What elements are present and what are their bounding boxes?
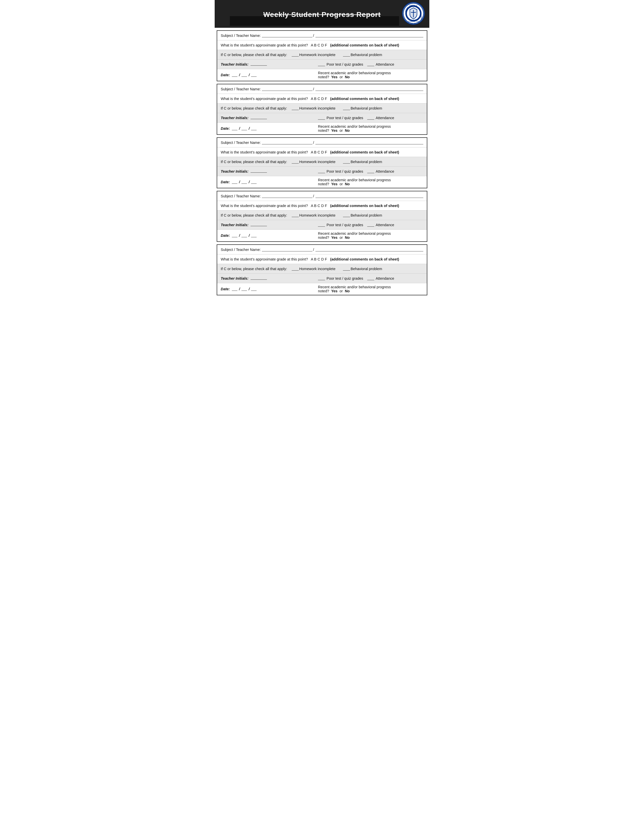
progress-text-2: Recent academic and/or behavioral progre… bbox=[318, 124, 391, 132]
date-blank-2[interactable] bbox=[242, 127, 247, 130]
grade-row-2: What is the student's approximate grade … bbox=[217, 94, 427, 103]
check-label-1: If C or below, please check all that app… bbox=[221, 53, 287, 57]
subject-row-3: Subject / Teacher Name: / bbox=[217, 138, 427, 148]
subject-blank-left-4[interactable] bbox=[262, 195, 312, 198]
subject-blank-right-1[interactable] bbox=[316, 34, 423, 37]
check-item-4[interactable]: Homework incomplete bbox=[292, 213, 335, 217]
check-blank-3 bbox=[343, 160, 350, 164]
grade-letters-2: A B C D F bbox=[311, 96, 329, 101]
subject-row-2: Subject / Teacher Name: / bbox=[217, 84, 427, 94]
form-section-4: Subject / Teacher Name: / What is the st… bbox=[217, 191, 427, 242]
date-field-4: Date: / / bbox=[221, 233, 257, 238]
school-logo: DEMATHA Established 1946 CATHOLIC HIGH S… bbox=[402, 2, 425, 25]
check-item-3[interactable]: Behavioral problem bbox=[343, 160, 382, 164]
date-blank-2[interactable] bbox=[242, 287, 247, 291]
grade-note-1: (additional comments on back of sheet) bbox=[330, 43, 399, 47]
teacher-label-1: Teacher Initials: bbox=[221, 62, 248, 66]
check-item-3[interactable]: Homework incomplete bbox=[292, 160, 335, 164]
subject-blank-right-2[interactable] bbox=[316, 87, 423, 91]
date-blank-3[interactable] bbox=[251, 180, 257, 184]
quiz-label-3: Poor test / quiz grades bbox=[325, 169, 367, 174]
check-label-4: If C or below, please check all that app… bbox=[221, 213, 287, 217]
page-title: Weekly Student Progress Report bbox=[263, 11, 381, 19]
check-item-2[interactable]: Homework incomplete bbox=[292, 106, 335, 110]
check-item-1[interactable]: Behavioral problem bbox=[343, 53, 382, 57]
attendance-check-blank-4 bbox=[367, 223, 374, 227]
date-blank-1[interactable] bbox=[232, 180, 237, 184]
progress-text-5: Recent academic and/or behavioral progre… bbox=[318, 285, 391, 293]
teacher-row-1: Teacher Initials: Poor test / quiz grade… bbox=[217, 60, 427, 69]
check-item-5[interactable]: Homework incomplete bbox=[292, 267, 335, 271]
check-row-1: If C or below, please check all that app… bbox=[217, 50, 427, 60]
subject-blank-right-3[interactable] bbox=[316, 141, 423, 145]
grade-row-4: What is the student's approximate grade … bbox=[217, 201, 427, 211]
date-blank-3[interactable] bbox=[251, 287, 257, 291]
check-item-label: Homework incomplete bbox=[299, 267, 335, 271]
quiz-check-blank-1 bbox=[318, 63, 325, 66]
date-blank-1[interactable] bbox=[232, 287, 237, 291]
quiz-label-2: Poor test / quiz grades bbox=[325, 116, 367, 120]
initials-blank-2[interactable] bbox=[251, 116, 267, 119]
subject-label-1: Subject / Teacher Name: bbox=[221, 34, 261, 38]
attendance-label-3: Attendance bbox=[375, 169, 394, 174]
check-blank-5 bbox=[343, 267, 350, 270]
form-section-5: Subject / Teacher Name: / What is the st… bbox=[217, 244, 427, 295]
date-blank-3[interactable] bbox=[251, 73, 257, 77]
quiz-check-blank-3 bbox=[318, 170, 325, 173]
subject-blank-left-5[interactable] bbox=[262, 248, 312, 251]
check-label-3: If C or below, please check all that app… bbox=[221, 160, 287, 164]
initials-blank-3[interactable] bbox=[251, 169, 267, 173]
date-field-5: Date: / / bbox=[221, 287, 257, 291]
check-item-label: Behavioral problem bbox=[351, 106, 382, 110]
teacher-row-5: Teacher Initials: Poor test / quiz grade… bbox=[217, 273, 427, 283]
progress-text-1: Recent academic and/or behavioral progre… bbox=[318, 71, 391, 79]
subject-blank-right-5[interactable] bbox=[316, 248, 423, 251]
date-blank-1[interactable] bbox=[232, 234, 237, 237]
grade-letters-4: A B C D F bbox=[311, 204, 329, 208]
check-item-label: Homework incomplete bbox=[299, 213, 335, 217]
teacher-row-2: Teacher Initials: Poor test / quiz grade… bbox=[217, 113, 427, 123]
check-item-label: Behavioral problem bbox=[351, 213, 382, 217]
progress-text-3: Recent academic and/or behavioral progre… bbox=[318, 178, 391, 186]
check-item-label: Homework incomplete bbox=[299, 53, 335, 57]
quiz-check-blank-2 bbox=[318, 116, 325, 120]
date-blank-3[interactable] bbox=[251, 127, 257, 130]
subject-label-4: Subject / Teacher Name: bbox=[221, 194, 261, 198]
check-item-4[interactable]: Behavioral problem bbox=[343, 213, 382, 217]
check-item-5[interactable]: Behavioral problem bbox=[343, 267, 382, 271]
date-row-3: Date: / / Recent academic and/or behavio… bbox=[217, 176, 427, 188]
check-item-2[interactable]: Behavioral problem bbox=[343, 106, 382, 110]
date-blank-2[interactable] bbox=[242, 73, 247, 77]
sections-container: Subject / Teacher Name: / What is the st… bbox=[215, 30, 429, 295]
grade-note-2: (additional comments on back of sheet) bbox=[330, 96, 399, 101]
date-blank-2[interactable] bbox=[242, 234, 247, 237]
date-field-1: Date: / / bbox=[221, 73, 257, 77]
date-blank-3[interactable] bbox=[251, 234, 257, 237]
teacher-row-4: Teacher Initials: Poor test / quiz grade… bbox=[217, 220, 427, 230]
check-blank-1 bbox=[292, 53, 299, 56]
grade-letters-5: A B C D F bbox=[311, 257, 329, 261]
date-blank-1[interactable] bbox=[232, 73, 237, 77]
check-item-label: Homework incomplete bbox=[299, 106, 335, 110]
initials-blank-4[interactable] bbox=[251, 223, 267, 226]
form-section-3: Subject / Teacher Name: / What is the st… bbox=[217, 137, 427, 188]
subject-blank-right-4[interactable] bbox=[316, 195, 423, 198]
check-item-label: Behavioral problem bbox=[351, 53, 382, 57]
grade-note-3: (additional comments on back of sheet) bbox=[330, 150, 399, 154]
quiz-check-blank-5 bbox=[318, 277, 325, 280]
check-item-1[interactable]: Homework incomplete bbox=[292, 53, 335, 57]
initials-blank-5[interactable] bbox=[251, 276, 267, 280]
subject-blank-left-2[interactable] bbox=[262, 87, 312, 91]
check-blank-1 bbox=[343, 53, 350, 56]
date-row-4: Date: / / Recent academic and/or behavio… bbox=[217, 230, 427, 241]
check-blank-3 bbox=[292, 160, 299, 164]
subject-blank-left-1[interactable] bbox=[262, 34, 312, 37]
date-field-2: Date: / / bbox=[221, 127, 257, 130]
date-blank-2[interactable] bbox=[242, 180, 247, 184]
date-blank-1[interactable] bbox=[232, 127, 237, 130]
subject-blank-left-3[interactable] bbox=[262, 141, 312, 145]
date-row-5: Date: / / Recent academic and/or behavio… bbox=[217, 283, 427, 295]
teacher-label-4: Teacher Initials: bbox=[221, 223, 248, 227]
attendance-check-blank-3 bbox=[367, 170, 374, 173]
initials-blank-1[interactable] bbox=[251, 62, 267, 66]
